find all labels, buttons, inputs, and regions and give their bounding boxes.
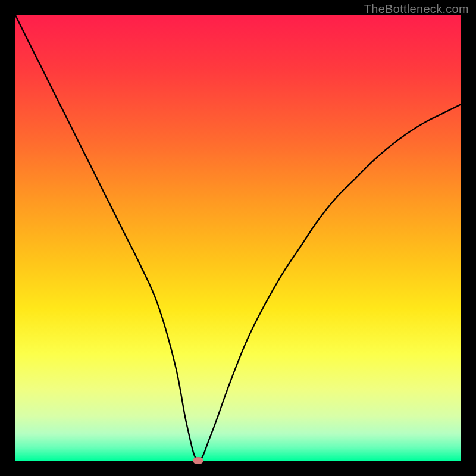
bottleneck-curve-path <box>15 15 461 461</box>
bottleneck-curve <box>15 15 461 461</box>
chart-frame: TheBottleneck.com <box>0 0 476 476</box>
watermark-text: TheBottleneck.com <box>364 2 469 16</box>
minimum-marker <box>193 457 203 464</box>
